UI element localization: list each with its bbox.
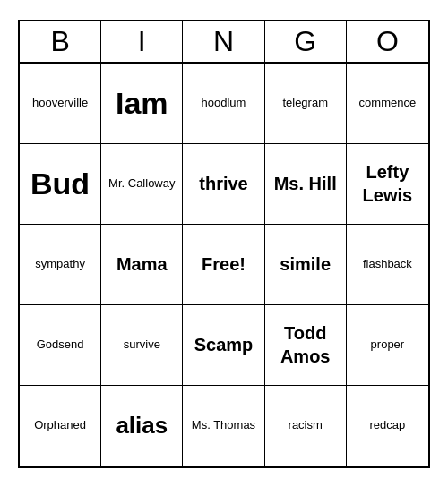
bingo-cell: Mr. Calloway <box>101 144 183 225</box>
bingo-cell: Lefty Lewis <box>347 144 428 225</box>
bingo-cell: alias <box>101 386 183 466</box>
bingo-cell: Scamp <box>183 305 264 386</box>
bingo-cell: redcap <box>347 386 428 466</box>
bingo-cell: simile <box>265 225 347 305</box>
bingo-cell: hooverville <box>20 64 101 144</box>
bingo-cell: Todd Amos <box>265 305 347 386</box>
bingo-cell: thrive <box>183 144 264 225</box>
bingo-cell: survive <box>101 305 183 386</box>
header-letter: N <box>183 21 264 62</box>
bingo-grid: hoovervilleIamhoodlumtelegramcommenceBud… <box>20 64 428 466</box>
header-letter: G <box>265 21 347 62</box>
bingo-header: BINGO <box>20 21 428 64</box>
bingo-cell: Free! <box>183 225 264 305</box>
bingo-cell: Iam <box>101 64 183 144</box>
bingo-cell: Mama <box>101 225 183 305</box>
bingo-cell: Ms. Hill <box>265 144 347 225</box>
header-letter: O <box>347 21 428 62</box>
bingo-cell: Godsend <box>20 305 101 386</box>
header-letter: B <box>20 21 101 62</box>
bingo-cell: sympathy <box>20 225 101 305</box>
bingo-cell: Bud <box>20 144 101 225</box>
bingo-cell: flashback <box>347 225 428 305</box>
bingo-cell: Orphaned <box>20 386 101 466</box>
bingo-cell: racism <box>265 386 347 466</box>
bingo-cell: proper <box>347 305 428 386</box>
bingo-cell: Ms. Thomas <box>183 386 264 466</box>
bingo-cell: hoodlum <box>183 64 264 144</box>
bingo-cell: telegram <box>265 64 347 144</box>
bingo-cell: commence <box>347 64 428 144</box>
header-letter: I <box>101 21 183 62</box>
bingo-card: BINGO hoovervilleIamhoodlumtelegramcomme… <box>18 20 430 468</box>
